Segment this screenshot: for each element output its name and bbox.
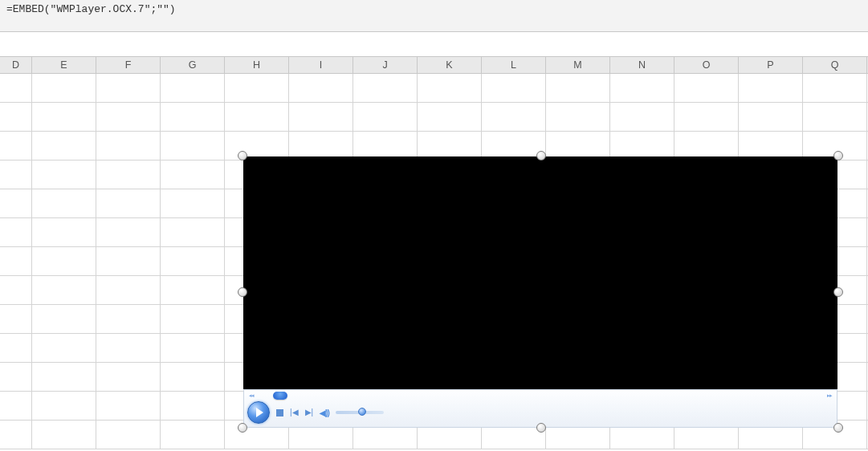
column-header[interactable]: F bbox=[96, 57, 161, 73]
volume-slider[interactable] bbox=[336, 411, 384, 414]
video-display-area[interactable] bbox=[243, 156, 837, 389]
skip-back-icon[interactable]: ◂◂ bbox=[249, 392, 254, 400]
speaker-icon[interactable]: ◀)) bbox=[320, 408, 329, 417]
resize-handle-n[interactable] bbox=[536, 151, 546, 160]
seek-bar[interactable]: ◂◂ ▸▸ bbox=[249, 392, 832, 401]
stop-button[interactable] bbox=[276, 409, 283, 416]
previous-button[interactable]: |◀ bbox=[290, 408, 299, 417]
column-headers: D E F G H I J K L M N O P Q bbox=[0, 56, 868, 74]
column-header[interactable]: G bbox=[161, 57, 225, 73]
volume-thumb[interactable] bbox=[358, 408, 366, 416]
column-header[interactable]: D bbox=[0, 57, 32, 73]
media-controls-bar: ◂◂ ▸▸ |◀ ▶| ◀)) bbox=[243, 389, 837, 428]
column-header[interactable]: M bbox=[546, 57, 610, 73]
embedded-wmplayer-object[interactable]: ◂◂ ▸▸ |◀ ▶| ◀)) bbox=[243, 156, 837, 428]
seek-handle[interactable] bbox=[273, 392, 287, 400]
skip-forward-icon[interactable]: ▸▸ bbox=[827, 392, 832, 400]
column-header[interactable]: P bbox=[739, 57, 803, 73]
formula-input[interactable] bbox=[5, 0, 868, 16]
play-button[interactable] bbox=[247, 401, 270, 424]
column-header[interactable]: N bbox=[610, 57, 674, 73]
column-header[interactable]: L bbox=[482, 57, 546, 73]
resize-handle-w[interactable] bbox=[238, 287, 247, 297]
column-header[interactable]: O bbox=[674, 57, 739, 73]
resize-handle-s[interactable] bbox=[536, 423, 546, 433]
resize-handle-se[interactable] bbox=[833, 423, 843, 433]
column-header[interactable]: H bbox=[225, 57, 289, 73]
formula-bar bbox=[0, 0, 868, 32]
column-header[interactable]: E bbox=[32, 57, 96, 73]
resize-handle-sw[interactable] bbox=[238, 423, 247, 433]
column-header[interactable]: Q bbox=[803, 57, 867, 73]
next-button[interactable]: ▶| bbox=[305, 408, 314, 417]
column-header[interactable]: J bbox=[353, 57, 418, 73]
resize-handle-ne[interactable] bbox=[833, 151, 843, 160]
resize-handle-nw[interactable] bbox=[238, 151, 247, 160]
resize-handle-e[interactable] bbox=[833, 287, 843, 297]
column-header[interactable]: K bbox=[418, 57, 482, 73]
column-header[interactable]: I bbox=[289, 57, 353, 73]
